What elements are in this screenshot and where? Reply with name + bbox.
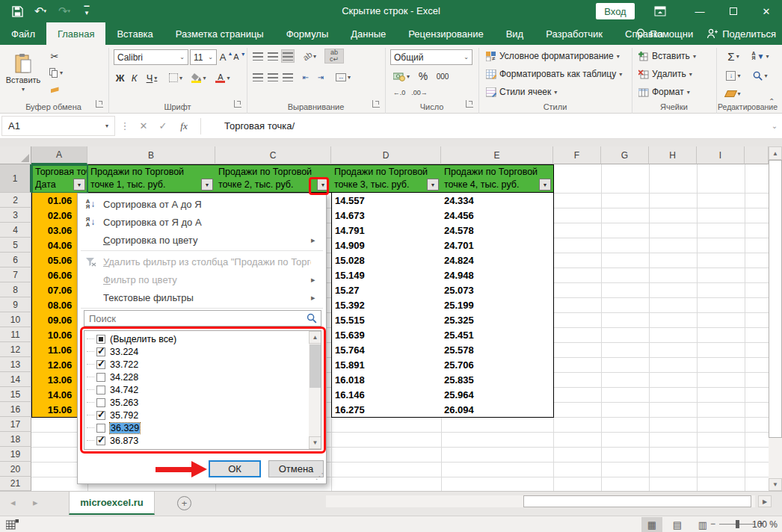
page-layout-view-button[interactable]: ▤ <box>667 517 688 532</box>
save-icon[interactable] <box>9 0 25 22</box>
column-header-G[interactable]: G <box>601 146 649 164</box>
fill-button[interactable]: ↓▾ <box>722 69 745 82</box>
maximize-button[interactable] <box>718 0 749 22</box>
column-header-B[interactable]: B <box>87 146 215 164</box>
shrink-font-icon[interactable]: A▼ <box>233 49 246 64</box>
collapse-ribbon-icon[interactable]: ⌃ <box>769 97 775 105</box>
underline-button[interactable]: Ч▾ <box>142 70 161 85</box>
italic-button[interactable]: К <box>128 70 141 85</box>
percent-style-button[interactable]: % <box>416 69 431 84</box>
vscroll-down-icon[interactable]: ▼ <box>769 478 782 491</box>
cell-D5[interactable]: 14.909 <box>331 238 442 253</box>
resize-grip-icon[interactable]: ⋰ <box>315 471 324 481</box>
hscroll-thumb[interactable] <box>523 495 751 507</box>
filter-dropdown-icon-D[interactable]: ▼ <box>427 179 439 191</box>
cell-E7[interactable]: 24.948 <box>441 267 554 283</box>
cell-D3[interactable]: 14.673 <box>331 208 442 223</box>
filter-value-list[interactable]: (Выделить все)33.22433.72234.22834.74235… <box>84 330 321 450</box>
zoom-level[interactable]: 100 % <box>752 519 778 530</box>
column-header-C[interactable]: C <box>215 146 331 164</box>
column-header-partial[interactable] <box>745 146 769 164</box>
next-sheet-icon[interactable]: ▸ <box>33 497 38 508</box>
cell-D2[interactable]: 14.557 <box>331 193 442 208</box>
cell-E12[interactable]: 25.578 <box>441 342 554 358</box>
tab-данные[interactable]: Данные <box>339 22 397 45</box>
checkbox-partial-icon[interactable] <box>96 335 105 344</box>
tab-разработчик[interactable]: Разработчик <box>535 22 614 45</box>
row-header-14[interactable]: 14 <box>0 372 31 387</box>
share-button[interactable]: Поделиться <box>706 28 776 40</box>
cell-D4[interactable]: 14.791 <box>331 223 442 238</box>
cell-D12[interactable]: 15.764 <box>331 342 442 358</box>
format-as-table-button[interactable]: Форматировать как таблицу▾ <box>486 69 622 79</box>
tab-формулы[interactable]: Формулы <box>275 22 340 45</box>
cell-D10[interactable]: 15.515 <box>331 312 442 328</box>
sort-filter-button[interactable]: АЯ▼▾ <box>748 49 773 63</box>
accounting-format-button[interactable]: ▾ <box>390 69 413 84</box>
cell-E4[interactable]: 24.578 <box>441 223 554 238</box>
undo-icon[interactable]: ↶▾ <box>30 0 51 22</box>
filter-check-item-4[interactable]: 34.742 <box>87 383 138 396</box>
vscroll-up-icon[interactable]: ▲ <box>769 146 782 160</box>
row-header-11[interactable]: 11 <box>0 327 31 342</box>
row-header-8[interactable]: 8 <box>0 282 31 297</box>
row-header-19[interactable]: 19 <box>0 447 31 462</box>
filter-dropdown-icon-C[interactable]: ▼ <box>317 179 329 191</box>
customize-qat-icon[interactable]: ▔▾ <box>79 0 94 22</box>
column-header-H[interactable]: H <box>649 146 697 164</box>
cell-E11[interactable]: 25.451 <box>441 327 554 343</box>
copy-button[interactable]: ▾ <box>43 66 69 79</box>
tab-главная[interactable]: Главная <box>46 22 105 45</box>
tab-file[interactable]: Файл <box>0 22 46 45</box>
name-box[interactable]: A1▾ <box>1 116 115 136</box>
cell-mode-icon[interactable] <box>6 519 19 530</box>
column-header-E[interactable]: E <box>441 146 553 164</box>
conditional-formatting-button[interactable]: ≠ Условное форматирование▾ <box>486 51 620 61</box>
format-painter-button[interactable] <box>43 82 66 96</box>
number-format-select[interactable]: Общий⌄ <box>390 49 472 65</box>
cell-E16[interactable]: 26.094 <box>441 402 554 418</box>
cell-D14[interactable]: 16.018 <box>331 372 442 388</box>
font-size-select[interactable]: 11⌄ <box>190 49 217 65</box>
filter-search-box[interactable] <box>84 310 321 327</box>
filter-dropdown-icon-E[interactable]: ▼ <box>539 179 551 191</box>
row-header-17[interactable]: 17 <box>0 417 31 432</box>
filter-check-item-7[interactable]: 36.329 <box>87 421 140 434</box>
new-sheet-icon[interactable]: + <box>177 496 191 510</box>
filter-dropdown-icon-A[interactable]: ▼ <box>73 179 85 191</box>
insert-cells-button[interactable]: Вставить▾ <box>638 51 696 61</box>
checkbox-unchecked-icon[interactable] <box>96 424 105 433</box>
cell-E2[interactable]: 24.334 <box>441 193 554 208</box>
cell-E6[interactable]: 24.824 <box>441 253 554 268</box>
insert-function-icon[interactable]: fx <box>173 116 194 136</box>
checkbox-checked-icon[interactable] <box>96 347 105 356</box>
zoom-out-icon[interactable]: − <box>710 519 715 529</box>
close-button[interactable]: ✕ <box>751 0 782 22</box>
row-header-21[interactable]: 21 <box>0 477 31 491</box>
header-cell-E1[interactable]: Продажи по Торговойточке 4, тыс. руб. <box>441 164 554 193</box>
sign-in-button[interactable]: Вход <box>596 3 635 19</box>
merge-center-button[interactable]: ↔▾ <box>332 70 354 84</box>
filter-check-item-6[interactable]: 35.792 <box>87 409 138 421</box>
borders-button[interactable]: ▾ <box>166 70 185 85</box>
row-header-2[interactable]: 2 <box>0 193 31 208</box>
font-name-select[interactable]: Calibri⌄ <box>114 49 188 65</box>
cell-E9[interactable]: 25.199 <box>441 297 554 313</box>
find-select-button[interactable]: ▾ <box>748 69 773 82</box>
cell-D11[interactable]: 15.639 <box>331 327 442 343</box>
fill-color-button[interactable]: ▾ <box>188 70 209 85</box>
row-header-18[interactable]: 18 <box>0 432 31 447</box>
column-header-D[interactable]: D <box>331 146 441 164</box>
checkbox-unchecked-icon[interactable] <box>96 398 105 407</box>
redo-icon[interactable]: ↷▾ <box>54 0 75 22</box>
filter-check-item-3[interactable]: 34.228 <box>87 371 138 383</box>
cell-D16[interactable]: 16.275 <box>331 402 442 418</box>
helper-button[interactable]: Помощни <box>636 28 693 40</box>
filter-check-item-8[interactable]: 36.873 <box>87 434 138 447</box>
align-left-icon[interactable] <box>251 70 265 84</box>
sheet-tab-active[interactable]: microexcel.ru <box>69 492 155 515</box>
list-scroll-down-icon[interactable]: ▼ <box>309 436 321 449</box>
normal-view-button[interactable]: ▦ <box>641 517 662 532</box>
cancel-entry-icon[interactable]: ✕ <box>135 116 153 136</box>
row-header-3[interactable]: 3 <box>0 208 31 223</box>
